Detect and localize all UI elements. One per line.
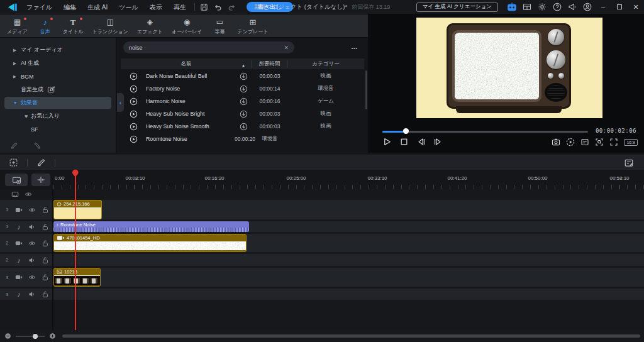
ai-assistant-icon[interactable] xyxy=(504,0,519,14)
download-icon[interactable] xyxy=(240,72,248,80)
save-button[interactable] xyxy=(197,1,211,13)
play-sound-icon[interactable] xyxy=(130,85,138,93)
export-button[interactable]: 書き出し xyxy=(247,2,293,12)
maximize-button[interactable] xyxy=(611,0,628,14)
image-clip[interactable]: 10213 xyxy=(53,268,101,287)
sidebar-item[interactable]: お気に入り xyxy=(4,110,111,122)
horizontal-scrollbar[interactable] xyxy=(62,334,640,338)
audio-clip[interactable]: Roomtone Noise xyxy=(53,221,249,232)
search-box[interactable] xyxy=(123,41,294,53)
sound-category: 環境音 xyxy=(252,135,287,143)
panel-tab[interactable]: トランジション xyxy=(88,16,133,37)
video-preview xyxy=(416,18,602,118)
notification-dot xyxy=(50,18,53,20)
fullscreen-icon[interactable] xyxy=(609,138,618,146)
zoom-in-button[interactable] xyxy=(49,333,56,339)
audio-list-panel: 名前 所要時間 カテゴリー Dark Noise Beautiful Bell … xyxy=(117,38,368,153)
announcement-icon[interactable] xyxy=(565,0,580,14)
play-sound-icon[interactable] xyxy=(130,110,138,118)
panel-tab[interactable]: エフェクト xyxy=(133,16,167,37)
search-input[interactable] xyxy=(129,45,284,51)
timeline-edit-list-icon[interactable] xyxy=(624,158,634,168)
collapse-sidebar-button[interactable] xyxy=(117,93,124,112)
panel-tab[interactable]: タイトル xyxy=(58,16,88,37)
menu-item[interactable]: 編集 xyxy=(58,0,82,14)
seek-handle[interactable] xyxy=(403,128,409,134)
pen-tool-icon[interactable] xyxy=(10,141,18,150)
settings-gear-icon[interactable] xyxy=(535,0,550,14)
time-ruler[interactable]: 0:0000:08:1000:16:2000:25:0000:33:1000:4… xyxy=(53,171,644,189)
previous-frame-button[interactable] xyxy=(416,137,426,146)
panel-tab[interactable]: メディア xyxy=(3,16,32,37)
tab-icon xyxy=(184,18,190,27)
marker-list-icon[interactable] xyxy=(580,138,589,146)
clear-search-icon[interactable] xyxy=(284,45,289,51)
eraser-tool-icon[interactable] xyxy=(33,141,42,150)
ruler-label: 00:33:10 xyxy=(367,175,387,181)
audio-row[interactable]: Harmonic Noise 00:00:16 ゲーム xyxy=(121,95,364,108)
audio-row[interactable]: Heavy Sub Noise Smooth 00:00:03 映画 xyxy=(121,120,364,133)
play-button[interactable] xyxy=(382,137,392,146)
draw-tool-icon[interactable] xyxy=(36,158,46,167)
redo-button[interactable] xyxy=(225,1,239,13)
account-icon[interactable] xyxy=(580,0,595,14)
audio-row[interactable]: Heavy Sub Noise Bright 00:00:03 映画 xyxy=(121,108,364,120)
column-duration[interactable]: 所要時間 xyxy=(252,60,287,68)
sidebar-item-label: マイ オーディオ xyxy=(21,46,63,54)
more-options-icon[interactable] xyxy=(352,43,358,52)
download-icon[interactable] xyxy=(240,85,248,93)
sidebar-item[interactable]: AI 生成 xyxy=(4,57,111,69)
panel-tab[interactable]: 音声 xyxy=(32,16,58,37)
color-clip[interactable]: 254,215,166 xyxy=(53,200,102,219)
column-category[interactable]: カテゴリー xyxy=(287,60,364,68)
menu-item[interactable]: 再生 xyxy=(168,0,192,14)
next-frame-button[interactable] xyxy=(433,137,443,146)
zoom-out-button[interactable] xyxy=(4,333,11,339)
column-name[interactable]: 名前 xyxy=(121,60,252,68)
play-sound-icon[interactable] xyxy=(130,72,138,80)
sidebar-item[interactable]: SF xyxy=(4,123,111,135)
audio-row[interactable]: Dark Noise Beautiful Bell 00:00:03 映画 xyxy=(121,70,364,82)
sidebar-item[interactable]: マイ オーディオ xyxy=(4,44,111,56)
panel-tab[interactable]: 字幕 xyxy=(207,16,233,37)
sidebar-item[interactable]: 効果音 xyxy=(4,97,111,109)
audio-row[interactable]: Factory Noise 00:00:14 環境音 xyxy=(121,82,364,95)
seek-bar[interactable] xyxy=(382,131,588,133)
download-icon[interactable] xyxy=(240,123,248,131)
render-preview-icon[interactable] xyxy=(566,138,575,146)
play-sound-icon[interactable] xyxy=(130,123,138,131)
panel-tab[interactable]: オーバーレイ xyxy=(167,16,207,37)
sound-name: Heavy Sub Noise Bright xyxy=(146,111,235,117)
stop-button[interactable] xyxy=(399,137,409,146)
menu-item[interactable]: ファイル xyxy=(21,0,58,14)
panel-divider[interactable] xyxy=(368,14,371,153)
sidebar-item[interactable]: 音楽生成 xyxy=(4,84,111,96)
zoom-slider-handle[interactable] xyxy=(33,334,38,339)
track-manage-icon[interactable] xyxy=(9,158,18,167)
play-sound-icon[interactable] xyxy=(130,97,138,106)
download-icon[interactable] xyxy=(240,97,248,106)
video-clip[interactable]: 470101454_HD xyxy=(53,234,247,252)
menu-item[interactable]: ツール xyxy=(113,0,143,14)
play-sound-icon[interactable] xyxy=(130,135,138,143)
snap-button[interactable] xyxy=(31,174,50,186)
snapshot-icon[interactable] xyxy=(552,138,560,146)
list-scrollbar[interactable] xyxy=(365,70,367,109)
download-icon[interactable] xyxy=(240,110,248,118)
minimize-button[interactable]: – xyxy=(595,0,611,14)
menu-item[interactable]: 表示 xyxy=(144,0,168,14)
zoom-preview-icon[interactable] xyxy=(595,138,604,146)
screen-record-button[interactable] xyxy=(5,174,28,186)
audio-row[interactable]: Roomtone Noise 00:00:20 環境音 xyxy=(121,133,364,145)
close-button[interactable]: ✕ xyxy=(628,0,644,14)
undo-button[interactable] xyxy=(211,1,225,13)
ai-creations-button[interactable]: マイ 生成 AI クリエーション xyxy=(416,3,498,12)
timeline-ruler-row: 0:0000:08:1000:16:2000:25:0000:33:1000:4… xyxy=(0,171,644,189)
zoom-slider[interactable] xyxy=(16,336,45,337)
panel-tab[interactable]: テンプレート xyxy=(233,16,273,37)
help-icon[interactable] xyxy=(550,0,565,14)
sidebar-item[interactable]: BGM xyxy=(4,70,111,82)
aspect-ratio-badge[interactable]: 16:9 xyxy=(624,139,638,146)
menu-item[interactable]: 生成 AI xyxy=(82,0,113,14)
layout-icon[interactable] xyxy=(519,0,535,14)
